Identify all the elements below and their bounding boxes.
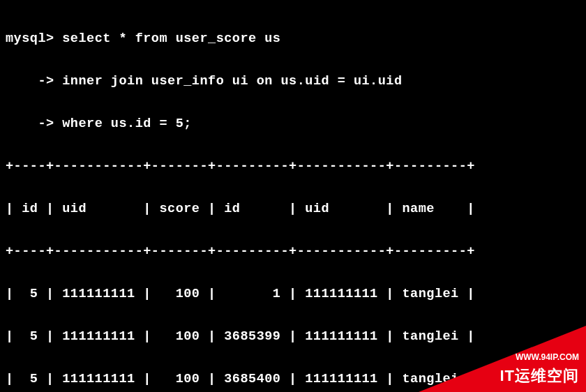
cont-prompt: -> [6, 116, 54, 131]
table-header: | id | uid | score | id | uid | name | [6, 199, 580, 220]
mysql-prompt: mysql> [6, 31, 54, 46]
query-text-3: where us.id = 5; [54, 116, 192, 131]
cont-prompt: -> [6, 74, 54, 89]
table-border-mid: +----+-----------+-------+---------+----… [6, 241, 580, 263]
query-line-1: mysql> select * from user_score us [6, 29, 580, 50]
watermark: WWW.94IP.COM IT运维空间 [499, 351, 579, 389]
query-text-1: select * from user_score us [54, 31, 281, 46]
query-line-3: -> where us.id = 5; [6, 114, 580, 135]
query-text-2: inner join user_info ui on us.uid = ui.u… [54, 74, 403, 89]
table-row: | 5 | 111111111 | 100 | 1 | 111111111 | … [6, 284, 580, 306]
table-border-top: +----+-----------+-------+---------+----… [6, 156, 580, 178]
watermark-main: IT运维空间 [499, 363, 579, 389]
query-line-2: -> inner join user_info ui on us.uid = u… [6, 71, 580, 93]
